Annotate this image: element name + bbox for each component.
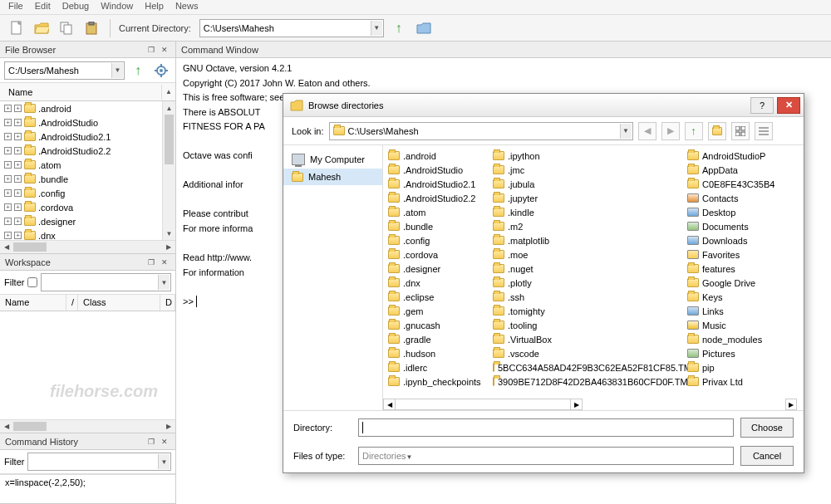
list-item[interactable]: .idlerc [388, 360, 493, 374]
chevron-down-icon[interactable]: ▼ [406, 451, 413, 461]
chevron-down-icon[interactable]: ▼ [371, 21, 382, 36]
expand-icon[interactable]: + [4, 218, 12, 225]
expand-icon[interactable]: + [4, 133, 12, 140]
menu-file[interactable]: File [8, 1, 23, 13]
list-item[interactable]: Contacts [687, 191, 795, 205]
icon-view-button[interactable] [731, 122, 750, 140]
expand-icon[interactable]: + [4, 175, 12, 183]
tree-row[interactable]: ++.dnx [0, 228, 175, 240]
lookin-combo[interactable]: C:\Users\Mahesh ▼ [329, 122, 633, 140]
browse-dir-icon[interactable] [414, 18, 434, 38]
expand-icon[interactable]: + [14, 105, 22, 112]
scrollbar-horizontal[interactable]: ◀ ▶ [0, 419, 175, 433]
list-item[interactable]: Documents [687, 219, 795, 233]
scroll-left-icon[interactable]: ◀ [384, 399, 396, 409]
list-item[interactable]: Google Drive [687, 276, 795, 290]
workspace-filter-input[interactable]: ▼ [41, 273, 171, 291]
list-item[interactable]: Links [687, 304, 795, 318]
list-item[interactable]: .jupyter [493, 191, 687, 205]
list-item[interactable]: .bundle [388, 219, 493, 233]
up-button[interactable]: ↑ [685, 122, 703, 140]
menu-news[interactable]: News [175, 1, 199, 13]
chevron-down-icon[interactable]: ▼ [620, 124, 632, 139]
scrollbar-horizontal[interactable]: ◀ ▶ [383, 399, 583, 410]
close-icon[interactable]: ✕ [159, 44, 170, 56]
menu-debug[interactable]: Debug [62, 1, 89, 13]
col-name[interactable]: Name [0, 295, 66, 311]
list-item[interactable]: 3909BE712D8F42D2BA463831B60CFD0F.TMP [493, 374, 687, 389]
choose-button[interactable]: Choose [740, 418, 794, 438]
list-item[interactable]: .moe [493, 247, 687, 262]
dialog-titlebar[interactable]: Browse directories ? ✕ [283, 94, 804, 117]
tree-row[interactable]: ++.atom [0, 158, 175, 172]
list-item[interactable]: .plotly [493, 276, 687, 290]
list-item[interactable]: AppData [687, 163, 795, 177]
list-item[interactable]: .android [388, 149, 493, 163]
col-sort-icon[interactable]: / [66, 295, 78, 311]
close-icon[interactable]: ✕ [159, 257, 170, 268]
scroll-right-icon[interactable]: ▶ [162, 420, 175, 433]
file-browser-tree[interactable]: ++.android++.AndroidStudio++.AndroidStud… [0, 101, 175, 240]
list-item[interactable]: .gem [388, 304, 493, 318]
list-item[interactable]: .designer [388, 262, 493, 276]
expand-icon[interactable]: + [14, 147, 22, 154]
list-item[interactable]: .kindle [493, 205, 687, 219]
chevron-down-icon[interactable]: ▼ [158, 275, 170, 290]
list-item[interactable]: .eclipse [388, 290, 493, 304]
scroll-track[interactable] [396, 399, 570, 409]
scroll-down-icon[interactable]: ▼ [163, 227, 175, 240]
expand-icon[interactable]: + [14, 175, 22, 183]
scrollbar-horizontal[interactable]: ◀ ▶ [0, 240, 175, 253]
file-browser-path-combo[interactable]: C:/Users/Mahesh ▼ [4, 61, 125, 80]
back-button[interactable]: ◀ [638, 122, 656, 140]
forward-button[interactable]: ▶ [661, 122, 680, 140]
scroll-left-icon[interactable]: ◀ [0, 241, 13, 253]
list-item[interactable]: .gradle [388, 332, 493, 346]
restore-icon[interactable]: ❐ [145, 257, 157, 268]
list-item[interactable]: Keys [687, 290, 795, 304]
tree-row[interactable]: ++.AndroidStudio2.2 [0, 144, 175, 158]
tree-row[interactable]: ++.cordova [0, 200, 175, 214]
expand-icon[interactable]: + [4, 105, 12, 112]
list-item[interactable]: .ipynb_checkpoints [388, 374, 493, 389]
expand-icon[interactable]: + [4, 119, 12, 126]
list-item[interactable]: .dnx [388, 276, 493, 290]
expand-icon[interactable]: + [14, 119, 22, 126]
list-item[interactable]: C0E8FE43C35B4 [687, 177, 795, 191]
list-item[interactable]: .atom [388, 205, 493, 219]
expand-icon[interactable]: + [14, 133, 22, 140]
scrollbar-vertical[interactable]: ▲ ▼ [162, 101, 175, 240]
list-item[interactable]: AndroidStudioP [687, 149, 795, 163]
tree-row[interactable]: ++.AndroidStudio2.1 [0, 130, 175, 144]
close-icon[interactable]: ✕ [159, 436, 170, 448]
place-mahesh[interactable]: Mahesh [283, 169, 382, 185]
expand-icon[interactable]: + [4, 203, 12, 211]
close-button[interactable]: ✕ [777, 97, 800, 114]
expand-icon[interactable]: + [14, 203, 22, 211]
tree-row[interactable]: ++.bundle [0, 172, 175, 186]
expand-icon[interactable]: + [4, 161, 12, 169]
place-my-computer[interactable]: My Computer [283, 150, 382, 169]
menu-edit[interactable]: Edit [35, 1, 51, 13]
tree-row[interactable]: ++.android [0, 101, 175, 115]
column-scroll-up[interactable]: ▲ [162, 88, 175, 95]
open-file-icon[interactable] [32, 18, 52, 38]
list-item[interactable]: .matplotlib [493, 233, 687, 247]
expand-icon[interactable]: + [4, 147, 12, 154]
expand-icon[interactable]: + [4, 189, 12, 197]
list-item[interactable]: .AndroidStudio2.1 [388, 177, 493, 191]
scroll-left-icon[interactable]: ◀ [0, 420, 13, 433]
list-item[interactable]: .nuget [493, 262, 687, 276]
list-item[interactable]: Pictures [687, 346, 795, 360]
scroll-thumb[interactable] [13, 242, 47, 252]
list-item[interactable]: 5BCC634A58AD42F9B3C62EA52F81CF85.TMP [493, 360, 687, 374]
filter-checkbox[interactable] [27, 277, 37, 287]
restore-icon[interactable]: ❐ [145, 436, 157, 448]
list-item[interactable]: .hudson [388, 346, 493, 360]
help-button[interactable]: ? [750, 97, 774, 114]
tree-row[interactable]: ++.designer [0, 214, 175, 228]
list-item[interactable]: .AndroidStudio [388, 163, 493, 177]
col-d[interactable]: D [160, 295, 175, 311]
paste-icon[interactable] [81, 18, 101, 38]
scroll-up-icon[interactable]: ▲ [163, 101, 175, 115]
